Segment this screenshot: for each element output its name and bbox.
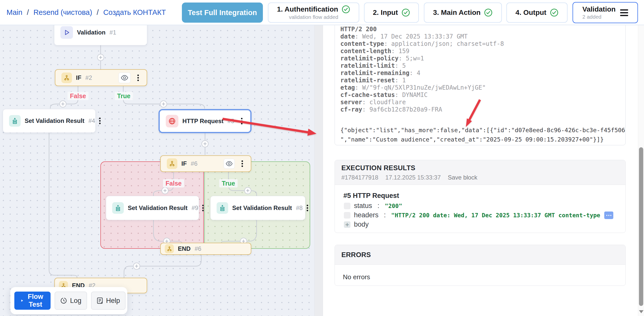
- breadcrumb: Main / Resend (чистова) / Создать КОНТАК…: [7, 0, 166, 25]
- response-header-line: ratelimit-policy: 5;w=1: [340, 55, 620, 62]
- execution-run-id: #1784177918: [341, 174, 378, 181]
- scrollbar-thumb[interactable]: [639, 147, 643, 306]
- check-circle-icon: [401, 8, 410, 17]
- node-id: #6: [195, 245, 202, 252]
- errors-message: No errors: [335, 265, 625, 281]
- node-label: Set Validation Result: [128, 204, 187, 212]
- kebab-menu-button[interactable]: [238, 116, 245, 126]
- clock-icon: [60, 297, 67, 304]
- node-if-2[interactable]: IF #2: [55, 69, 147, 86]
- set-result-icon: [9, 115, 21, 127]
- node-id: #9: [191, 204, 198, 212]
- breadcrumb-separator: /: [97, 8, 99, 17]
- executed-block-title: #5 HTTP Request: [335, 185, 625, 201]
- section-title: EXECUTION RESULTS: [341, 164, 619, 172]
- response-header-line: ratelimit-reset: 1: [340, 77, 620, 84]
- result-field-status[interactable]: status : "200": [335, 201, 625, 210]
- hamburger-menu-icon[interactable]: [620, 9, 628, 16]
- breadcrumb-item-main[interactable]: Main: [7, 8, 22, 17]
- node-label: END: [178, 245, 191, 252]
- panel-splitter[interactable]: [314, 0, 323, 316]
- flow-test-label: Flow Test: [27, 293, 45, 308]
- node-set-validation-result-4[interactable]: Set Validation Result #4: [3, 109, 96, 133]
- kebab-icon: [242, 163, 243, 164]
- play-icon: [60, 26, 73, 39]
- kebab-menu-button[interactable]: [239, 158, 246, 169]
- tab-output[interactable]: 4. Output: [506, 3, 568, 23]
- execution-results-header: EXECUTION RESULTS #1784177918 17.12.2025…: [335, 160, 625, 185]
- result-field-headers[interactable]: headers : "HTTP/2 200 date: Wed, 17 Dec …: [335, 210, 625, 220]
- kebab-icon: [202, 207, 204, 209]
- check-circle-icon: [550, 8, 558, 17]
- breadcrumb-item-integration[interactable]: Resend (чистова): [33, 8, 92, 17]
- response-header-line: content-type: application/json; charset=…: [340, 40, 620, 48]
- kebab-icon: [99, 120, 101, 122]
- flow-connectors: [0, 0, 314, 316]
- panel-scrollbar[interactable]: [638, 0, 644, 316]
- kebab-menu-button[interactable]: [307, 203, 308, 213]
- scroll-down-arrow-icon[interactable]: [639, 310, 643, 313]
- document-icon: [97, 297, 103, 304]
- branch-label-true: True: [219, 179, 238, 188]
- flow-test-button[interactable]: Flow Test: [14, 292, 51, 310]
- set-result-icon: [112, 202, 124, 214]
- check-circle-icon: [342, 5, 350, 14]
- set-result-icon: [217, 202, 228, 214]
- kebab-menu-button[interactable]: [202, 203, 204, 213]
- kebab-menu-button[interactable]: [99, 116, 101, 126]
- errors-section: ERRORS No errors: [335, 245, 626, 286]
- test-full-integration-button[interactable]: Test Full Integration: [182, 3, 263, 23]
- branch-icon: [165, 244, 174, 253]
- globe-icon: [166, 115, 178, 127]
- tab-validation-active[interactable]: Validation 2 added: [573, 2, 638, 23]
- check-circle-icon: [484, 8, 493, 17]
- response-header-line: ratelimit-remaining: 4: [340, 69, 620, 77]
- field-bullet-icon: [344, 212, 350, 219]
- log-button[interactable]: Log: [55, 292, 87, 310]
- node-if-6[interactable]: IF #6: [160, 155, 251, 172]
- execution-action[interactable]: Save block: [448, 174, 477, 181]
- node-end-6[interactable]: END #6: [160, 243, 251, 255]
- top-toolbar: Main / Resend (чистова) / Создать КОНТАК…: [0, 0, 644, 25]
- node-label: Validation: [77, 29, 105, 36]
- branch-icon: [167, 158, 177, 169]
- kebab-menu-button[interactable]: [135, 73, 142, 83]
- node-set-validation-result-9[interactable]: Set Validation Result #9: [106, 196, 199, 220]
- expand-value-button[interactable]: ⋯: [604, 212, 613, 219]
- help-button[interactable]: Help: [91, 292, 126, 310]
- preview-eye-button[interactable]: [224, 159, 235, 169]
- node-id: #4: [88, 117, 95, 124]
- kebab-icon: [307, 207, 308, 209]
- branch-label-true: True: [115, 92, 133, 100]
- test-results-panel: HTTP/2 200 date: Wed, 17 Dec 2025 13:33:…: [323, 0, 638, 316]
- node-set-validation-result-8[interactable]: Set Validation Result #8: [210, 196, 305, 220]
- node-id: #8: [296, 204, 303, 212]
- eye-icon: [226, 161, 233, 166]
- flow-canvas[interactable]: Validation #1 IF #2 False True Set Valid…: [0, 0, 314, 316]
- node-id: #2: [85, 74, 92, 81]
- log-label: Log: [70, 297, 82, 305]
- preview-eye-button[interactable]: [118, 73, 131, 83]
- play-icon: [20, 298, 24, 303]
- node-label: IF: [76, 74, 81, 81]
- response-header-line: ratelimit-limit: 5: [340, 62, 620, 69]
- breadcrumb-item-action[interactable]: Создать КОНТАКТ: [103, 8, 166, 17]
- branch-label-false: False: [163, 179, 184, 188]
- breadcrumb-separator: /: [27, 8, 29, 17]
- errors-header: ERRORS: [335, 245, 625, 265]
- response-header-line: content-length: 159: [340, 48, 620, 55]
- node-label: IF: [181, 160, 187, 167]
- tab-main-action[interactable]: 3. Main Action: [424, 3, 502, 23]
- response-header-line: cf-ray: 9af6cb12c87b20a9-FRA: [340, 106, 620, 113]
- expand-icon[interactable]: +: [344, 221, 350, 228]
- tab-input[interactable]: 2. Input: [364, 3, 419, 23]
- node-label: HTTP Request: [182, 118, 224, 125]
- result-field-body[interactable]: + body: [335, 220, 625, 229]
- node-http-request-5[interactable]: HTTP Request #5: [158, 109, 252, 133]
- execution-meta: #1784177918 17.12.2025 15:33:37 Save blo…: [341, 174, 619, 181]
- response-header-line: etag: W/"9f-qN/5XlP31nuZe/jwEDAwLn+YjGE": [340, 84, 620, 91]
- http-response-card[interactable]: HTTP/2 200 date: Wed, 17 Dec 2025 13:33:…: [335, 14, 626, 145]
- tab-authentification[interactable]: 1. Authentification validation flow adde…: [268, 3, 359, 23]
- help-label: Help: [106, 297, 120, 305]
- kebab-icon: [137, 77, 139, 79]
